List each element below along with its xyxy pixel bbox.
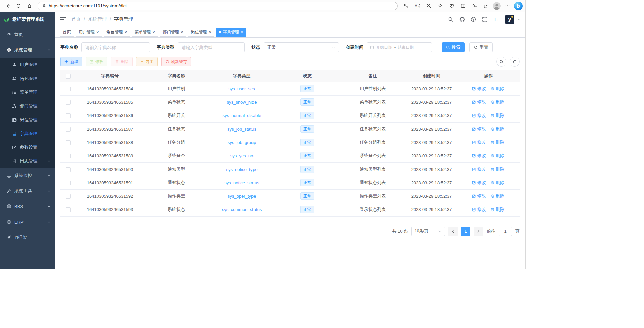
close-tab-icon[interactable]: × [152,30,155,34]
refresh-cache-button[interactable]: 刷新缓存 [161,57,191,66]
row-delete-button[interactable]: 删除 [491,180,504,186]
sidebar-item-dict[interactable]: 字典管理 [0,127,55,140]
sidebar-item-monitor[interactable]: 系统监控 [0,168,55,183]
row-delete-button[interactable]: 删除 [491,86,504,92]
row-checkbox[interactable] [66,194,71,199]
sidebar-item-dept[interactable]: 部门管理 [0,99,55,113]
dict-type-link[interactable]: sys_user_sex [228,86,255,91]
sidebar-item-tool[interactable]: 系统工具 [0,183,55,199]
toggle-search-button[interactable] [496,57,506,67]
refresh-table-button[interactable] [510,57,520,67]
home-icon[interactable] [24,1,34,11]
dict-type-link[interactable]: sys_common_status [222,207,262,212]
fullscreen-icon[interactable] [482,17,488,22]
row-delete-button[interactable]: 删除 [491,126,504,132]
dict-type-input[interactable] [178,42,245,52]
row-delete-button[interactable]: 删除 [491,99,504,105]
row-delete-button[interactable]: 删除 [491,166,504,172]
address-bar[interactable]: https://ccnetcore.com:1101/system/dict [38,2,398,10]
sidebar-item-erp[interactable]: ERP [0,214,55,230]
search-icon[interactable] [448,17,453,22]
status-select[interactable]: 正常 [264,42,339,52]
row-edit-button[interactable]: 修改 [472,153,486,159]
close-tab-icon[interactable]: × [241,30,243,34]
row-checkbox[interactable] [66,181,71,185]
sidebar-toggle-icon[interactable] [60,17,66,21]
row-delete-button[interactable]: 删除 [491,206,504,213]
tab-dept[interactable]: 部门管理× [160,28,186,37]
row-delete-button[interactable]: 删除 [491,139,504,145]
tab-home[interactable]: 首页 [60,28,74,37]
select-all-checkbox[interactable] [66,74,71,79]
tab-post[interactable]: 岗位管理× [188,28,214,37]
sidebar-item-menu[interactable]: 菜单管理 [0,85,55,99]
user-avatar-logo[interactable] [505,15,514,24]
page-1-button[interactable]: 1 [461,227,470,236]
collections-icon[interactable] [481,1,491,11]
read-aloud-icon[interactable]: A [412,1,422,11]
sidebar-item-post[interactable]: 岗位管理 [0,113,55,127]
row-checkbox[interactable] [66,100,71,105]
row-checkbox[interactable] [66,154,71,158]
sidebar-item-role[interactable]: 角色管理 [0,72,55,85]
row-edit-button[interactable]: 修改 [472,206,486,213]
zoom-out-icon[interactable] [424,1,434,11]
row-checkbox[interactable] [66,127,71,132]
github-icon[interactable] [459,17,465,22]
reset-button[interactable]: 重置 [469,42,493,52]
breadcrumb-item[interactable]: 首页 [71,16,81,22]
dict-name-input[interactable] [81,42,150,52]
font-size-icon[interactable]: TT [494,17,500,22]
bing-copilot-icon[interactable] [514,2,523,10]
tab-user[interactable]: 用户管理× [76,28,102,37]
add-favorite-icon[interactable] [435,1,445,11]
row-edit-button[interactable]: 修改 [472,86,486,92]
close-tab-icon[interactable]: × [209,30,211,34]
tab-dict[interactable]: 字典管理× [216,28,246,37]
page-size-select[interactable]: 10条/页 [411,227,445,236]
dict-type-link[interactable]: sys_notice_status [224,180,259,185]
search-button[interactable]: 搜索 [442,42,465,52]
dict-type-link[interactable]: sys_show_hide [227,100,257,105]
row-checkbox[interactable] [66,140,71,145]
close-tab-icon[interactable]: × [125,30,127,34]
row-edit-button[interactable]: 修改 [472,193,486,199]
sidebar-item-yi[interactable]: Yi框架 [0,230,55,245]
row-edit-button[interactable]: 修改 [472,112,486,119]
profile-avatar[interactable] [493,2,501,10]
row-edit-button[interactable]: 修改 [472,180,486,186]
sidebar-item-user[interactable]: 用户管理 [0,58,55,72]
delete-button[interactable]: 删除 [111,57,133,66]
tab-role[interactable]: 角色管理× [104,28,130,37]
refresh-icon[interactable] [13,1,24,11]
row-delete-button[interactable]: 删除 [491,193,504,199]
dict-type-link[interactable]: sys_job_status [227,127,256,132]
date-range-picker[interactable]: 开始日期 - 结束日期 [367,42,432,52]
breadcrumb-item[interactable]: 系统管理 [88,16,107,22]
sidebar-item-config[interactable]: 参数设置 [0,140,55,154]
favorites-icon[interactable] [469,1,479,11]
row-edit-button[interactable]: 修改 [472,99,486,105]
row-edit-button[interactable]: 修改 [472,126,486,132]
key-icon[interactable] [401,1,411,11]
row-checkbox[interactable] [66,167,71,172]
dict-type-link[interactable]: sys_oper_type [228,194,256,199]
edit-button[interactable]: 修改 [86,57,107,66]
close-tab-icon[interactable]: × [181,30,183,34]
back-icon[interactable] [3,1,13,11]
row-checkbox[interactable] [66,207,71,212]
row-edit-button[interactable]: 修改 [472,139,486,145]
help-icon[interactable] [471,17,476,22]
export-button[interactable]: 导出 [136,57,158,66]
dict-type-link[interactable]: sys_job_group [228,140,256,145]
app-logo[interactable]: 意框架管理系统 [0,12,55,27]
row-delete-button[interactable]: 删除 [491,153,504,159]
sidebar-item-log[interactable]: 日志管理 [0,154,55,168]
row-edit-button[interactable]: 修改 [472,166,486,172]
add-button[interactable]: 新增 [60,57,82,66]
settings-more-icon[interactable] [502,1,512,11]
sidebar-item-system[interactable]: 系统管理 [0,42,55,58]
dict-type-link[interactable]: sys_normal_disable [223,113,261,118]
sidebar-item-bbs[interactable]: BBS [0,199,55,214]
browser-essentials-icon[interactable] [447,1,457,11]
